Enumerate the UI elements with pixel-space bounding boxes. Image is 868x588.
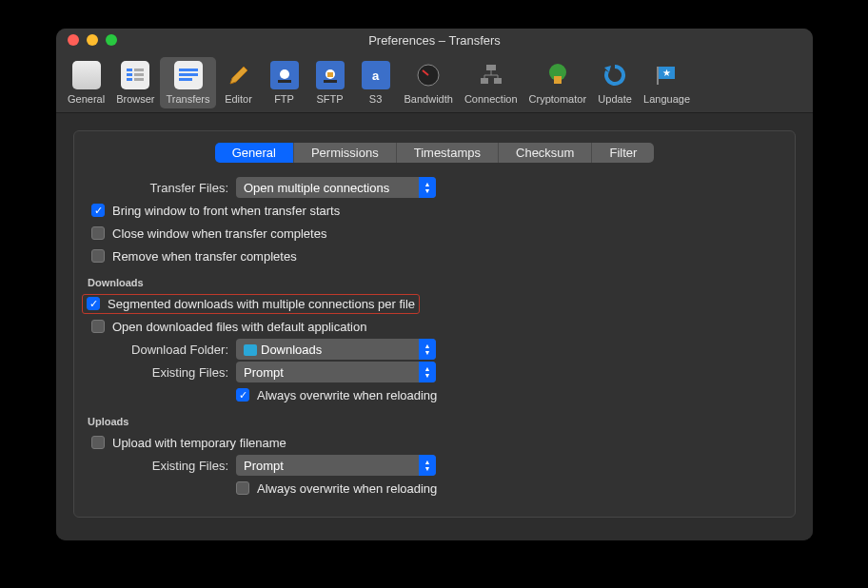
existing-files-up-label: Existing Files: [86,459,228,473]
drive-icon [270,61,299,89]
open-default-label: Open downloaded files with default appli… [112,320,366,334]
existing-files-up-select[interactable]: Prompt ▲▼ [236,455,436,476]
s3-icon: a [362,61,390,89]
bring-front-checkbox[interactable] [91,204,105,217]
download-folder-label: Download Folder: [86,343,228,357]
always-overwrite-down-label: Always overwrite when reloading [257,388,437,402]
tab-permissions[interactable]: Permissions [294,143,397,163]
svg-rect-13 [324,80,337,83]
toolbar-language[interactable]: ★ Language [638,57,696,108]
robot-lock-icon [543,61,572,89]
traffic-lights [56,34,117,46]
toolbar-connection[interactable]: Connection [459,57,523,108]
chevron-updown-icon: ▲▼ [419,339,436,360]
drive-lock-icon [316,61,345,89]
svg-rect-5 [134,78,144,81]
svg-rect-3 [134,69,144,71]
titlebar: Preferences – Transfers [56,29,813,51]
remove-complete-label: Remove when transfer completes [112,249,297,264]
toolbar-ftp[interactable]: FTP [262,57,307,108]
download-folder-select[interactable]: Downloads ▲▼ [236,339,436,360]
svg-rect-16 [481,78,488,84]
toolbar: General Browser Transfers Editor FTP [56,51,813,113]
toolbar-transfers[interactable]: Transfers [160,57,215,108]
pencil-icon [225,61,253,89]
svg-rect-8 [179,78,192,81]
maximize-button[interactable] [106,34,117,46]
toolbar-sftp[interactable]: SFTP [307,57,353,108]
remove-complete-checkbox[interactable] [91,249,105,263]
toolbar-browser[interactable]: Browser [110,57,160,108]
downloads-header: Downloads [88,277,783,288]
toolbar-bandwidth[interactable]: Bandwidth [399,57,459,108]
close-button[interactable] [68,34,79,46]
upload-temp-checkbox[interactable] [91,436,105,449]
tab-checksum[interactable]: Checksum [499,143,592,163]
minimize-button[interactable] [87,34,98,46]
window-title: Preferences – Transfers [56,33,813,48]
always-overwrite-up-checkbox[interactable] [236,481,249,495]
svg-rect-1 [127,73,132,76]
svg-rect-2 [127,78,132,81]
gauge-icon [414,61,443,89]
sliders-icon [72,61,101,89]
chevron-updown-icon: ▲▼ [419,455,436,476]
svg-rect-19 [554,76,562,84]
svg-rect-6 [179,69,198,71]
chevron-updown-icon: ▲▼ [419,177,436,198]
close-complete-checkbox[interactable] [91,226,105,240]
always-overwrite-up-label: Always overwrite when reloading [257,481,437,496]
tab-timestamps[interactable]: Timestamps [397,143,499,163]
tab-filter[interactable]: Filter [592,143,654,163]
svg-rect-4 [134,73,144,76]
refresh-icon [601,61,629,89]
svg-rect-0 [127,69,132,71]
network-icon [477,61,505,89]
svg-rect-7 [179,73,198,76]
uploads-header: Uploads [88,416,783,427]
settings-panel: General Permissions Timestamps Checksum … [73,130,796,518]
existing-files-down-select[interactable]: Prompt ▲▼ [236,362,436,382]
transfer-files-label: Transfer Files: [86,181,228,195]
svg-rect-15 [486,65,496,70]
bring-front-label: Bring window to front when transfer star… [112,204,340,218]
transfer-files-select[interactable]: Open multiple connections ▲▼ [236,177,436,198]
always-overwrite-down-checkbox[interactable] [236,388,249,402]
svg-rect-10 [278,80,291,83]
flag-icon: ★ [653,61,681,89]
open-default-checkbox[interactable] [91,320,105,333]
upload-temp-label: Upload with temporary filename [112,436,286,450]
preferences-window: Preferences – Transfers General Browser … [56,29,813,540]
toolbar-editor[interactable]: Editor [216,57,262,108]
segmented-highlight: Segmented downloads with multiple connec… [82,294,420,314]
svg-rect-17 [494,78,502,84]
close-complete-label: Close window when transfer completes [112,226,326,241]
tab-segmented-control: General Permissions Timestamps Checksum … [215,143,655,163]
chevron-updown-icon: ▲▼ [419,362,436,382]
toolbar-general[interactable]: General [62,57,110,108]
segmented-label: Segmented downloads with multiple connec… [108,297,415,311]
transfers-icon [174,61,203,89]
list-icon [121,61,149,89]
toolbar-update[interactable]: Update [592,57,638,108]
tab-general[interactable]: General [215,143,294,163]
folder-icon [244,344,257,356]
svg-rect-12 [327,72,333,77]
svg-point-9 [280,69,289,79]
toolbar-cryptomator[interactable]: Cryptomator [523,57,593,108]
existing-files-down-label: Existing Files: [86,365,228,380]
segmented-checkbox[interactable] [87,297,100,310]
svg-text:★: ★ [661,68,670,78]
toolbar-s3[interactable]: a S3 [353,57,399,108]
